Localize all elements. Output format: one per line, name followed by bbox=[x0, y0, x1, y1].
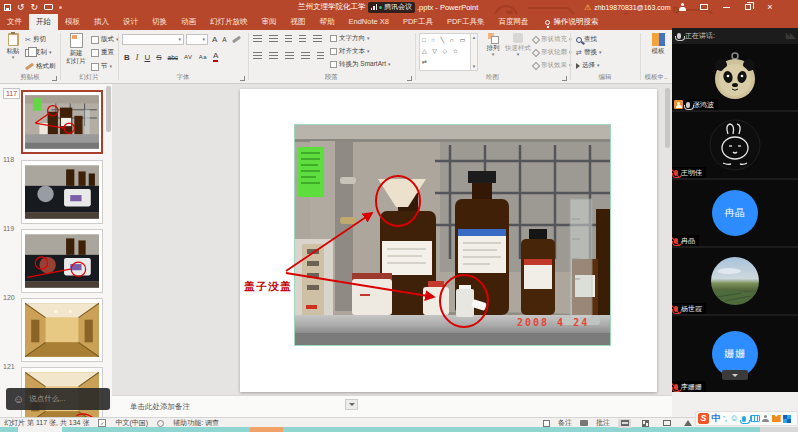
line-spacing-icon[interactable] bbox=[313, 35, 322, 43]
paragraph-dialog-launcher[interactable] bbox=[407, 76, 412, 81]
shapes-gallery[interactable]: □ ○ ╲ ∩ ▭ △ ▽ ◇ ☆ ⇄ { } ~ ◦ bbox=[419, 33, 471, 71]
shapes-scroll-up-icon[interactable]: ▲ bbox=[472, 35, 476, 40]
thumbnail-slide-117[interactable] bbox=[21, 90, 103, 154]
underline-button[interactable]: U bbox=[144, 53, 150, 62]
tab-design[interactable]: 设计 bbox=[116, 14, 145, 30]
align-left-icon[interactable] bbox=[253, 52, 262, 60]
spellcheck-icon[interactable]: ✓ bbox=[98, 419, 106, 427]
shape-outline-button[interactable]: 形状轮廓 ▾ bbox=[533, 48, 572, 57]
tab-endnote[interactable]: EndNote X8 bbox=[342, 14, 396, 30]
tell-me-search[interactable]: 操作说明搜索 bbox=[545, 14, 598, 30]
participant-list-collapse-button[interactable] bbox=[722, 370, 748, 380]
tab-baidu-pan[interactable]: 百度网盘 bbox=[491, 14, 535, 30]
smartart-button[interactable]: 转换为 SmartArt ▾ bbox=[330, 60, 390, 69]
align-center-icon[interactable] bbox=[269, 52, 278, 60]
reset-button[interactable]: 重置 bbox=[91, 48, 114, 57]
meeting-overlay-chip[interactable]: 腾讯会议 bbox=[368, 2, 416, 13]
view-slideshow-button[interactable] bbox=[681, 419, 694, 428]
shrink-font-button[interactable]: A bbox=[222, 36, 226, 43]
ime-punctuation-icon[interactable]: ’, bbox=[723, 414, 727, 423]
notes-collapse-button[interactable] bbox=[345, 399, 358, 410]
view-normal-button[interactable] bbox=[618, 419, 631, 428]
change-case-button[interactable]: Aa bbox=[199, 54, 207, 60]
layout-button[interactable]: 版式 ▾ bbox=[91, 35, 119, 44]
current-slide[interactable]: 2008 4 24 盖子没盖 bbox=[240, 89, 657, 392]
undo-icon[interactable]: ↺ bbox=[17, 2, 25, 12]
select-button[interactable]: 选择 ▾ bbox=[576, 61, 600, 70]
ime-language-icon[interactable]: 中 bbox=[712, 412, 721, 425]
tab-home[interactable]: 开始 bbox=[29, 14, 58, 30]
notes-pane[interactable]: 单击此处添加备注 bbox=[112, 395, 672, 417]
decrease-indent-icon[interactable] bbox=[285, 35, 292, 43]
ime-emoji-icon[interactable]: ☺ bbox=[730, 413, 739, 424]
participant-tile-5[interactable]: 姗姗 李姗姗 bbox=[672, 316, 798, 392]
shape-effects-button[interactable]: 形状效果 ▾ bbox=[533, 61, 572, 70]
minimize-button[interactable] bbox=[720, 1, 732, 13]
clear-formatting-icon[interactable] bbox=[232, 36, 241, 44]
tab-file[interactable]: 文件 bbox=[0, 14, 29, 30]
columns-icon[interactable] bbox=[317, 52, 324, 60]
comments-toggle-icon[interactable] bbox=[580, 420, 588, 426]
ime-voice-icon[interactable] bbox=[742, 416, 746, 422]
ime-account-icon[interactable] bbox=[762, 415, 769, 422]
notes-toggle-icon[interactable] bbox=[543, 420, 550, 427]
tab-pdf-toolset[interactable]: PDF工具集 bbox=[440, 14, 492, 30]
participant-tile-1[interactable]: 张鸿波 bbox=[672, 44, 798, 110]
section-dropdown-icon[interactable]: ▾ bbox=[110, 64, 113, 69]
language-indicator[interactable]: 中文(中国) bbox=[115, 418, 148, 428]
save-icon[interactable] bbox=[4, 4, 11, 11]
tab-template[interactable]: 模板 bbox=[58, 14, 87, 30]
thumbnail-scrollbar[interactable] bbox=[106, 86, 111, 132]
annotation-text[interactable]: 盖子没盖 bbox=[244, 280, 292, 292]
numbering-icon[interactable] bbox=[269, 35, 278, 43]
font-size-select[interactable]: ▾ bbox=[186, 34, 208, 45]
font-color-button[interactable]: A bbox=[213, 52, 218, 62]
redo-icon[interactable]: ↻ bbox=[31, 2, 39, 12]
clear-format-button[interactable]: abc bbox=[168, 54, 178, 61]
arrange-button[interactable]: 排列 ▾ bbox=[482, 33, 504, 57]
notes-toggle-label[interactable]: 备注 bbox=[558, 418, 572, 428]
paste-dropdown-icon[interactable]: ▾ bbox=[12, 55, 15, 60]
text-direction-button[interactable]: 文字方向 ▾ bbox=[330, 34, 370, 43]
shapes-scroll-down-icon[interactable]: ▼ bbox=[472, 64, 476, 69]
character-spacing-button[interactable]: AV bbox=[184, 54, 193, 60]
smiley-icon[interactable]: ☺ bbox=[13, 393, 24, 405]
thumbnail-slide-118[interactable] bbox=[21, 160, 103, 224]
align-text-button[interactable]: 对齐文本 ▾ bbox=[330, 47, 370, 56]
section-button[interactable]: 节 ▾ bbox=[91, 62, 112, 71]
font-dialog-launcher[interactable] bbox=[240, 76, 245, 81]
increase-indent-icon[interactable] bbox=[299, 35, 306, 43]
restore-button[interactable] bbox=[742, 1, 754, 13]
account-info[interactable]: ⚠ zhb19870831@163.com bbox=[584, 0, 671, 14]
account-avatar-icon[interactable] bbox=[676, 1, 688, 13]
participant-tile-4[interactable]: 杨世霞 bbox=[672, 248, 798, 314]
qat-customize-icon[interactable] bbox=[59, 6, 62, 9]
thumbnail-slide-119[interactable] bbox=[21, 229, 103, 293]
find-button[interactable]: 查找 bbox=[576, 35, 597, 44]
copy-dropdown-icon[interactable]: ▾ bbox=[49, 50, 52, 55]
tab-insert[interactable]: 插入 bbox=[87, 14, 116, 30]
copy-button[interactable]: 复制 ▾ bbox=[25, 48, 52, 57]
ime-skin-icon[interactable] bbox=[772, 415, 781, 422]
view-reading-button[interactable] bbox=[660, 419, 673, 428]
start-slideshow-icon[interactable] bbox=[44, 4, 53, 10]
bold-button[interactable]: B bbox=[124, 53, 130, 62]
italic-button[interactable]: I bbox=[136, 53, 139, 62]
tab-transitions[interactable]: 切换 bbox=[145, 14, 174, 30]
tab-animations[interactable]: 动画 bbox=[174, 14, 203, 30]
participant-tile-3[interactable]: 冉晶 冉晶 bbox=[672, 180, 798, 246]
close-button[interactable]: × bbox=[764, 1, 776, 13]
ime-toolbox-icon[interactable] bbox=[783, 415, 791, 423]
bullets-icon[interactable] bbox=[253, 35, 262, 43]
shape-fill-button[interactable]: 形状填充 ▾ bbox=[533, 35, 572, 44]
thumbnail-slide-120[interactable] bbox=[21, 298, 103, 362]
shapes-row1[interactable]: □ ○ ╲ ∩ ▭ bbox=[422, 35, 468, 46]
participant-tile-2[interactable]: 王明佳 bbox=[672, 112, 798, 178]
strikethrough-button[interactable]: S bbox=[156, 53, 161, 62]
tab-help[interactable]: 帮助 bbox=[313, 14, 342, 30]
shapes-row2[interactable]: △ ▽ ◇ ☆ ⇄ bbox=[422, 46, 468, 68]
align-right-icon[interactable] bbox=[285, 52, 294, 60]
accessibility-status[interactable]: 辅助功能: 调查 bbox=[173, 418, 219, 428]
template-button[interactable]: 模板 bbox=[647, 33, 669, 54]
justify-icon[interactable] bbox=[301, 52, 310, 60]
